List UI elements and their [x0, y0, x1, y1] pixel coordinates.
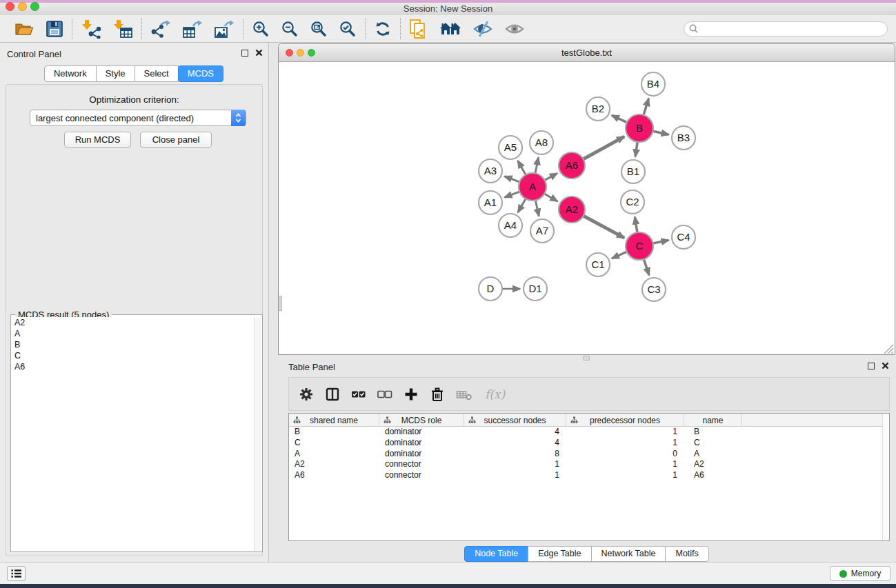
- cell[interactable]: A6: [684, 470, 742, 481]
- tab-style[interactable]: Style: [96, 65, 135, 82]
- delete-table-icon[interactable]: [456, 387, 472, 402]
- node-D[interactable]: D: [479, 277, 502, 301]
- home-neighbors-icon[interactable]: [439, 21, 461, 37]
- save-session-icon[interactable]: [46, 20, 63, 38]
- mcds-result-list[interactable]: A2ABCA6: [12, 317, 255, 551]
- float-panel-icon[interactable]: [868, 363, 875, 369]
- delete-row-trash-icon[interactable]: [430, 387, 445, 402]
- column-header-name[interactable]: name: [684, 414, 742, 427]
- table-row[interactable]: A2connector11A2: [289, 459, 889, 470]
- mcds-result-item[interactable]: B: [12, 339, 255, 350]
- criterion-dropdown[interactable]: largest connected component (directed): [30, 110, 246, 126]
- memory-button[interactable]: Memory: [830, 566, 890, 581]
- node-A6[interactable]: A6: [559, 152, 585, 179]
- close-window-button[interactable]: [6, 2, 14, 11]
- cell[interactable]: 1: [464, 459, 566, 470]
- cell[interactable]: connector: [379, 459, 464, 470]
- cell[interactable]: B: [684, 427, 742, 438]
- node-C[interactable]: C: [626, 232, 653, 260]
- node-C2[interactable]: C2: [621, 190, 644, 214]
- cell[interactable]: 1: [566, 438, 684, 449]
- cell[interactable]: 1: [566, 470, 684, 481]
- node-B3[interactable]: B3: [672, 126, 695, 150]
- cell[interactable]: 0: [566, 449, 684, 460]
- deselect-all-icon[interactable]: [377, 387, 392, 402]
- cell[interactable]: A2: [289, 459, 379, 470]
- tab-network[interactable]: Network: [44, 65, 97, 82]
- open-session-icon[interactable]: [14, 20, 34, 38]
- mcds-result-item[interactable]: A: [12, 328, 255, 339]
- column-header-predecessor-nodes[interactable]: predecessor nodes: [566, 414, 684, 427]
- zoom-in-icon[interactable]: [252, 20, 270, 38]
- tab-node-table[interactable]: Node Table: [464, 546, 528, 562]
- column-layout-icon[interactable]: [325, 387, 340, 402]
- zoom-fit-icon[interactable]: [310, 20, 328, 38]
- cell[interactable]: A: [289, 449, 379, 460]
- cell[interactable]: dominator: [379, 449, 464, 460]
- cell[interactable]: C: [684, 438, 742, 449]
- node-B2[interactable]: B2: [586, 97, 610, 121]
- cell[interactable]: A6: [289, 470, 379, 481]
- cell[interactable]: B: [289, 427, 379, 438]
- network-window-titlebar[interactable]: testGlobe.txt: [279, 44, 895, 62]
- export-table-icon[interactable]: [182, 19, 203, 39]
- select-all-icon[interactable]: [351, 387, 366, 402]
- node-A5[interactable]: A5: [499, 136, 522, 159]
- table-options-gear-icon[interactable]: [299, 387, 314, 402]
- node-A[interactable]: A: [519, 173, 546, 201]
- cell[interactable]: 1: [566, 427, 684, 438]
- node-C3[interactable]: C3: [642, 278, 666, 301]
- zoom-selected-icon[interactable]: [339, 20, 357, 38]
- import-table-icon[interactable]: [112, 19, 133, 39]
- node-A3[interactable]: A3: [479, 159, 502, 183]
- node-C4[interactable]: C4: [672, 225, 695, 249]
- network-close-button[interactable]: [286, 49, 293, 57]
- node-A1[interactable]: A1: [479, 191, 502, 214]
- export-image-icon[interactable]: [214, 19, 235, 39]
- table-row[interactable]: A6connector11A6: [289, 470, 889, 481]
- cell[interactable]: connector: [379, 470, 464, 481]
- cell[interactable]: A: [684, 449, 742, 460]
- import-network-icon[interactable]: [81, 19, 101, 39]
- node-B[interactable]: B: [626, 114, 653, 142]
- column-header-mcds-role[interactable]: MCDS role: [379, 414, 464, 427]
- close-panel-icon[interactable]: [255, 49, 263, 57]
- cell[interactable]: 4: [464, 438, 566, 449]
- column-header-shared-name[interactable]: shared name: [289, 414, 379, 427]
- search-input[interactable]: [699, 23, 887, 35]
- float-panel-icon[interactable]: [241, 50, 248, 57]
- cell[interactable]: 1: [464, 470, 566, 481]
- tab-edge-table[interactable]: Edge Table: [528, 546, 591, 562]
- node-A8[interactable]: A8: [530, 131, 553, 154]
- network-graph[interactable]: B4B2BB3A5A8A6B1A3AC2A1A2A4A7C4CC1C3DD1: [279, 62, 895, 354]
- run-mcds-button[interactable]: Run MCDS: [64, 132, 131, 148]
- tab-network-table[interactable]: Network Table: [591, 546, 666, 562]
- refresh-icon[interactable]: [374, 20, 392, 38]
- table-row[interactable]: Bdominator41B: [289, 427, 889, 438]
- zoom-out-icon[interactable]: [281, 20, 299, 38]
- close-panel-icon[interactable]: [882, 362, 889, 369]
- cell[interactable]: 4: [464, 427, 566, 438]
- node-D1[interactable]: D1: [524, 277, 547, 301]
- node-C1[interactable]: C1: [586, 253, 610, 276]
- node-A2[interactable]: A2: [559, 196, 585, 223]
- network-minimize-button[interactable]: [297, 49, 304, 57]
- cell[interactable]: dominator: [379, 438, 464, 449]
- function-builder-icon[interactable]: f(x): [484, 387, 505, 401]
- hide-graphics-details-icon[interactable]: [472, 20, 493, 38]
- mcds-result-scrollbar[interactable]: [254, 317, 261, 551]
- node-A4[interactable]: A4: [499, 214, 522, 237]
- show-graphics-details-icon[interactable]: [504, 21, 525, 37]
- column-header-successor-nodes[interactable]: successor nodes: [464, 414, 566, 427]
- network-canvas[interactable]: B4B2BB3A5A8A6B1A3AC2A1A2A4A7C4CC1C3DD1: [279, 62, 895, 354]
- mcds-result-item[interactable]: A6: [12, 361, 255, 372]
- cell[interactable]: 8: [464, 449, 566, 460]
- node-B1[interactable]: B1: [621, 160, 645, 183]
- add-row-icon[interactable]: [404, 387, 419, 402]
- search-box[interactable]: [684, 21, 888, 37]
- maximize-window-button[interactable]: [30, 2, 39, 11]
- minimize-window-button[interactable]: [18, 2, 27, 11]
- mcds-result-item[interactable]: A2: [12, 317, 255, 328]
- cell[interactable]: 1: [566, 459, 684, 470]
- close-panel-button[interactable]: Close panel: [140, 132, 212, 148]
